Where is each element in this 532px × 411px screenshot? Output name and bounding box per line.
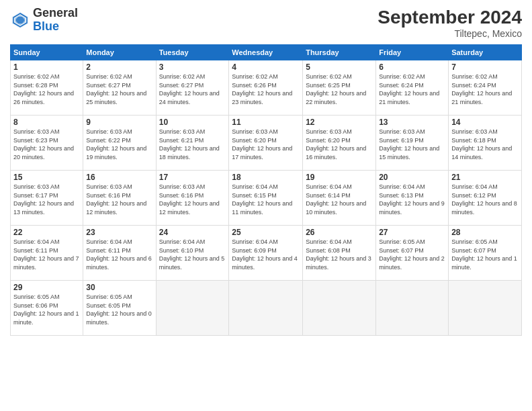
day-info: Sunrise: 6:02 AMSunset: 6:25 PMDaylight:… [306,73,373,106]
calendar-cell: 7Sunrise: 6:02 AMSunset: 6:24 PMDaylight… [449,60,522,116]
col-thursday: Thursday [303,45,376,60]
day-number: 6 [379,62,445,72]
col-tuesday: Tuesday [156,45,229,60]
calendar-table: Sunday Monday Tuesday Wednesday Thursday… [10,44,522,336]
logo-blue-text: Blue [33,19,59,33]
calendar-cell: 9Sunrise: 6:03 AMSunset: 6:22 PMDaylight… [83,116,156,171]
day-info: Sunrise: 6:03 AMSunset: 6:19 PMDaylight:… [379,128,445,161]
calendar-cell: 11Sunrise: 6:03 AMSunset: 6:20 PMDayligh… [229,116,303,171]
header: General Blue September 2024 Tiltepec, Me… [10,7,522,39]
calendar-row: 29Sunrise: 6:05 AMSunset: 6:06 PMDayligh… [11,281,522,336]
day-info: Sunrise: 6:02 AMSunset: 6:24 PMDaylight:… [451,73,519,106]
calendar-cell: 23Sunrise: 6:04 AMSunset: 6:11 PMDayligh… [83,226,156,281]
day-number: 2 [86,62,152,72]
calendar-cell [229,281,303,336]
calendar-cell: 16Sunrise: 6:03 AMSunset: 6:16 PMDayligh… [83,171,156,226]
day-info: Sunrise: 6:03 AMSunset: 6:21 PMDaylight:… [159,128,226,161]
calendar-cell: 27Sunrise: 6:05 AMSunset: 6:07 PMDayligh… [376,226,449,281]
calendar-row: 22Sunrise: 6:04 AMSunset: 6:11 PMDayligh… [11,226,522,281]
calendar-cell: 1Sunrise: 6:02 AMSunset: 6:28 PMDaylight… [11,60,83,116]
logo-text: General Blue [33,7,78,34]
day-info: Sunrise: 6:04 AMSunset: 6:15 PMDaylight:… [232,183,300,216]
day-number: 13 [379,118,445,127]
calendar-row: 15Sunrise: 6:03 AMSunset: 6:17 PMDayligh… [11,171,522,226]
day-number: 24 [159,228,226,237]
logo-icon [10,10,30,30]
day-info: Sunrise: 6:02 AMSunset: 6:26 PMDaylight:… [232,73,300,106]
day-info: Sunrise: 6:03 AMSunset: 6:23 PMDaylight:… [13,128,80,161]
day-info: Sunrise: 6:02 AMSunset: 6:28 PMDaylight:… [13,73,80,106]
day-info: Sunrise: 6:03 AMSunset: 6:18 PMDaylight:… [451,128,519,161]
day-number: 9 [86,118,152,127]
day-number: 30 [86,283,152,292]
calendar-cell: 18Sunrise: 6:04 AMSunset: 6:15 PMDayligh… [229,171,303,226]
day-number: 19 [306,173,373,182]
day-info: Sunrise: 6:02 AMSunset: 6:24 PMDaylight:… [379,73,445,106]
calendar-cell: 29Sunrise: 6:05 AMSunset: 6:06 PMDayligh… [11,281,83,336]
calendar-cell: 5Sunrise: 6:02 AMSunset: 6:25 PMDaylight… [303,60,376,116]
calendar-cell: 26Sunrise: 6:04 AMSunset: 6:08 PMDayligh… [303,226,376,281]
day-info: Sunrise: 6:04 AMSunset: 6:11 PMDaylight:… [13,238,80,271]
day-number: 16 [86,173,152,182]
day-number: 22 [13,228,80,237]
day-info: Sunrise: 6:03 AMSunset: 6:17 PMDaylight:… [13,183,80,216]
day-info: Sunrise: 6:03 AMSunset: 6:16 PMDaylight:… [159,183,226,216]
col-monday: Monday [83,45,156,60]
calendar-cell: 8Sunrise: 6:03 AMSunset: 6:23 PMDaylight… [11,116,83,171]
day-info: Sunrise: 6:05 AMSunset: 6:06 PMDaylight:… [13,293,80,326]
day-info: Sunrise: 6:05 AMSunset: 6:07 PMDaylight:… [451,238,519,271]
calendar-cell [303,281,376,336]
calendar-row: 1Sunrise: 6:02 AMSunset: 6:28 PMDaylight… [11,60,522,116]
day-info: Sunrise: 6:05 AMSunset: 6:07 PMDaylight:… [379,238,445,271]
day-number: 10 [159,118,226,127]
calendar-cell [376,281,449,336]
day-info: Sunrise: 6:04 AMSunset: 6:14 PMDaylight:… [306,183,373,216]
day-number: 18 [232,173,300,182]
day-number: 23 [86,228,152,237]
col-sunday: Sunday [11,45,83,60]
day-info: Sunrise: 6:03 AMSunset: 6:16 PMDaylight:… [86,183,152,216]
day-number: 15 [13,173,80,182]
day-number: 7 [451,62,519,72]
calendar-cell: 19Sunrise: 6:04 AMSunset: 6:14 PMDayligh… [303,171,376,226]
calendar-cell: 10Sunrise: 6:03 AMSunset: 6:21 PMDayligh… [156,116,229,171]
day-info: Sunrise: 6:04 AMSunset: 6:11 PMDaylight:… [86,238,152,271]
day-info: Sunrise: 6:04 AMSunset: 6:13 PMDaylight:… [379,183,445,216]
day-number: 21 [451,173,519,182]
day-number: 29 [13,283,80,292]
day-info: Sunrise: 6:03 AMSunset: 6:20 PMDaylight:… [232,128,300,161]
logo-general-text: General [33,6,78,19]
day-number: 11 [232,118,300,127]
day-number: 8 [13,118,80,127]
calendar-row: 8Sunrise: 6:03 AMSunset: 6:23 PMDaylight… [11,116,522,171]
calendar-header-row: Sunday Monday Tuesday Wednesday Thursday… [11,45,522,60]
calendar-cell: 14Sunrise: 6:03 AMSunset: 6:18 PMDayligh… [449,116,522,171]
calendar-cell: 6Sunrise: 6:02 AMSunset: 6:24 PMDaylight… [376,60,449,116]
col-wednesday: Wednesday [229,45,303,60]
day-number: 4 [232,62,300,72]
day-number: 3 [159,62,226,72]
day-number: 25 [232,228,300,237]
day-number: 28 [451,228,519,237]
location: Tiltepec, Mexico [378,28,522,39]
day-number: 5 [306,62,373,72]
day-number: 17 [159,173,226,182]
calendar-cell: 2Sunrise: 6:02 AMSunset: 6:27 PMDaylight… [83,60,156,116]
calendar-cell: 17Sunrise: 6:03 AMSunset: 6:16 PMDayligh… [156,171,229,226]
calendar-cell: 4Sunrise: 6:02 AMSunset: 6:26 PMDaylight… [229,60,303,116]
calendar-cell: 25Sunrise: 6:04 AMSunset: 6:09 PMDayligh… [229,226,303,281]
calendar-cell: 21Sunrise: 6:04 AMSunset: 6:12 PMDayligh… [449,171,522,226]
col-friday: Friday [376,45,449,60]
page: General Blue September 2024 Tiltepec, Me… [0,0,532,411]
calendar-cell: 3Sunrise: 6:02 AMSunset: 6:27 PMDaylight… [156,60,229,116]
calendar-cell: 20Sunrise: 6:04 AMSunset: 6:13 PMDayligh… [376,171,449,226]
day-number: 12 [306,118,373,127]
col-saturday: Saturday [449,45,522,60]
day-info: Sunrise: 6:05 AMSunset: 6:05 PMDaylight:… [86,293,152,326]
calendar-cell: 15Sunrise: 6:03 AMSunset: 6:17 PMDayligh… [11,171,83,226]
day-number: 14 [451,118,519,127]
calendar-cell: 28Sunrise: 6:05 AMSunset: 6:07 PMDayligh… [449,226,522,281]
day-number: 26 [306,228,373,237]
day-number: 1 [13,62,80,72]
calendar-cell: 13Sunrise: 6:03 AMSunset: 6:19 PMDayligh… [376,116,449,171]
